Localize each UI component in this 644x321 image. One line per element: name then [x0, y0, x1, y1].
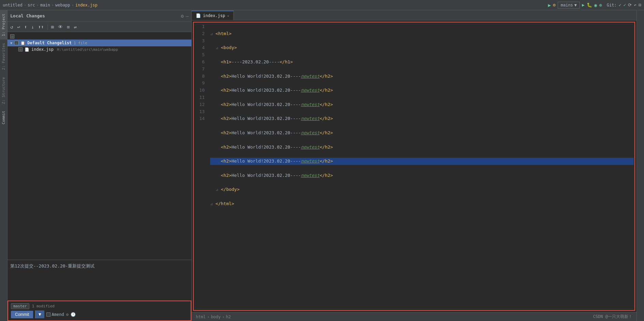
code-line-1: ⊿ <html> [210, 30, 634, 37]
coverage-icon[interactable]: ◉ [594, 2, 597, 8]
breadcrumb: untitled › src › main › webapp › index.j… [3, 3, 98, 7]
sep3: › [52, 3, 54, 7]
line-num-14: 14 [194, 115, 205, 122]
git-undo-icon[interactable]: ↶ [634, 2, 636, 7]
nav-html[interactable]: html [196, 315, 206, 319]
header-icons: ⚙ — [181, 13, 189, 19]
code-editor[interactable]: 1 2 3 4 5 6 7 8 9 10 11 12 13 14 ⊿ <html… [192, 20, 636, 312]
revert-icon[interactable]: ↩ [16, 24, 21, 30]
list-icon[interactable]: ≡ [65, 24, 71, 30]
run-icon[interactable]: ▶ [548, 2, 551, 8]
branch-dropdown-icon: ▼ [574, 3, 577, 7]
bottom-actions: Commit ▼ Amend ⚙ 🕐 [11, 310, 188, 318]
branch-selector[interactable]: mains ▼ [558, 2, 580, 9]
git-extra-icon[interactable]: ⟳ [628, 2, 632, 7]
sep1: › [24, 3, 26, 7]
code-line-11: <h2>Hello World!2023.02.20----newtest</h… [210, 172, 634, 179]
nav-h2[interactable]: h2 [226, 315, 231, 319]
side-tabs: 1: Project 2: Favorites Z: Structure Com… [0, 10, 8, 321]
changelist-row[interactable]: ▼ ☑ 📋 Default Changelist 1 file [8, 40, 191, 46]
expand-icon[interactable]: ⇌ [72, 24, 78, 30]
file-row[interactable]: ☑ 📄 index.jsp H:\untitled\src\main\webap… [8, 46, 191, 52]
code-line-9: <h2>Hello World!2023.02.20----newtest</h… [210, 144, 634, 151]
git-window-icon[interactable]: ⊡ [639, 2, 641, 7]
move-all-icon[interactable]: ⬆⬆ [37, 24, 45, 30]
changelist-count: 1 file [74, 41, 87, 45]
code-line-2: ⊿ <body> [210, 44, 634, 51]
sidebar-item-structure[interactable]: Z: Structure [0, 74, 7, 107]
amend-label[interactable]: Amend [46, 312, 64, 317]
line-num-12: 12 [194, 101, 205, 108]
top-bar: untitled › src › main › webapp › index.j… [0, 0, 644, 10]
breadcrumb-file[interactable]: index.jsp [75, 3, 98, 7]
right-panel: 📄 index.jsp ✕ 1 2 3 4 5 6 7 8 9 10 [192, 10, 636, 321]
left-panel: Local Changes ⚙ — ↺ ↩ ⬆ ↓ ⬆⬆ ⊞ 👁 ≡ ⇌ ☑ [8, 10, 192, 321]
commit-button[interactable]: Commit [11, 311, 33, 318]
line-num-1: 1 [194, 23, 205, 30]
line-num-13: 13 [194, 108, 205, 116]
breadcrumb-untitled[interactable]: untitled [3, 3, 23, 7]
profile-icon[interactable]: ⊕ [599, 2, 602, 8]
git-check2-icon[interactable]: ✓ [624, 2, 626, 7]
toolbar-sep1 [47, 24, 48, 30]
tab-file-icon: 📄 [196, 13, 201, 18]
breadcrumb-main[interactable]: main [40, 3, 50, 7]
play-icon[interactable]: ▶ [582, 2, 585, 7]
bottom-status-row: master 1 modified [11, 303, 188, 309]
amend-text: Amend [52, 312, 64, 317]
all-checkbox[interactable]: ☑ [10, 34, 14, 39]
commit-dropdown-button[interactable]: ▼ [35, 310, 44, 318]
commit-message-text: 第12次提交--2023.02.20-重新提交测试 [10, 263, 189, 270]
file-type-icon: 📄 [25, 47, 29, 52]
right-side-strip [636, 10, 644, 321]
history-icon[interactable]: 🕐 [71, 312, 76, 317]
tab-close-icon[interactable]: ✕ [227, 14, 229, 18]
sep2: › [36, 3, 39, 7]
csdn-text: CSDN @一只大萌新！ [593, 314, 632, 320]
file-name: index.jsp [31, 47, 54, 52]
line-num-7: 7 [194, 66, 205, 73]
build-icon[interactable]: ⚙ [553, 2, 556, 7]
editor-tab-indexjsp[interactable]: 📄 index.jsp ✕ [192, 11, 234, 20]
nav-sep2: › [222, 315, 224, 319]
amend-settings-icon[interactable]: ⚙ [66, 312, 69, 317]
line-num-9: 9 [194, 80, 205, 87]
debug-icon[interactable]: 🐛 [587, 2, 592, 7]
sidebar-item-favorites[interactable]: 2: Favorites [0, 40, 7, 73]
line-num-4: 4 [194, 44, 205, 51]
breadcrumb-webapp[interactable]: webapp [55, 3, 70, 7]
changelist-icon: 📋 [20, 41, 25, 45]
group-icon[interactable]: ⊞ [50, 24, 55, 30]
line-num-10: 10 [194, 87, 205, 94]
panel-header: Local Changes ⚙ — [8, 10, 191, 22]
tab-filename: index.jsp [203, 13, 225, 18]
file-checkbox[interactable]: ☑ [18, 47, 23, 51]
changelist-name: Default Changelist [27, 41, 72, 45]
amend-checkbox[interactable] [46, 312, 50, 317]
top-bar-right: ▶ ⚙ mains ▼ ▶ 🐛 ◉ ⊕ Git: ✓ ✓ ⟳ ↶ ⊡ [548, 2, 641, 9]
nav-body[interactable]: body [211, 315, 221, 319]
caret-icon: ▼ [10, 41, 12, 45]
code-line-14 [210, 215, 634, 222]
breadcrumb-src[interactable]: src [28, 3, 35, 7]
line-num-3: 3 [194, 37, 205, 45]
sidebar-item-commit[interactable]: Commit [0, 107, 7, 128]
sidebar-item-project[interactable]: 1: Project [0, 10, 7, 40]
refresh-icon[interactable]: ↺ [9, 24, 14, 30]
branch-badge: master [11, 303, 29, 309]
code-line-5: <h2>Hello World!2023.02.20----newtest</h… [210, 87, 634, 94]
move-down-icon[interactable]: ↓ [30, 24, 35, 30]
file-path: H:\untitled\src\main\webapp [57, 47, 118, 52]
code-line-3: <h1>----2023.02.20----</h1> [210, 59, 634, 66]
minimize-icon[interactable]: — [186, 13, 189, 19]
file-tree: ☑ ▼ ☑ 📋 Default Changelist 1 file ☑ 📄 in… [8, 32, 191, 260]
git-check1-icon[interactable]: ✓ [619, 2, 621, 7]
view-icon[interactable]: 👁 [57, 24, 64, 30]
commit-message-area[interactable]: 第12次提交--2023.02.20-重新提交测试 [8, 260, 191, 301]
bottom-bar: html › body › h2 CSDN @一只大萌新！ [192, 312, 636, 321]
changelist-checkbox[interactable]: ☑ [14, 41, 18, 45]
move-up-icon[interactable]: ⬆ [23, 24, 28, 30]
line-num-5: 5 [194, 51, 205, 59]
settings-icon[interactable]: ⚙ [181, 13, 184, 19]
code-content[interactable]: ⊿ <html> ⊿ <body> <h1>----2023.02.20----… [209, 20, 636, 312]
